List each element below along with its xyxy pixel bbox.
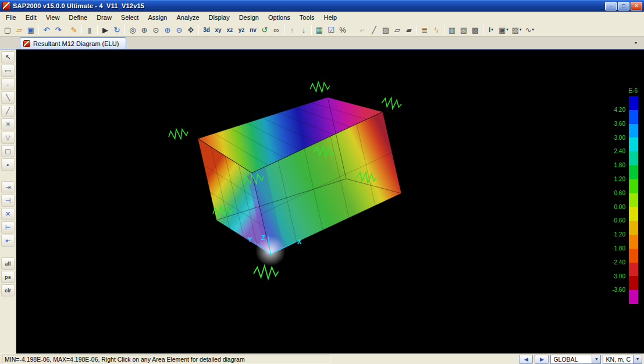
tab-resultant-m12-diagram[interactable]: Resultant M12 Diagram (ELU) [20, 37, 126, 49]
quick-draw-frame-tool-icon: ╱ [6, 107, 10, 115]
define-load-patterns-button[interactable]: ▩ [469, 24, 481, 36]
quick-draw-area-tool-button[interactable]: ▢ [1, 145, 15, 157]
model-viewport[interactable]: Y Z X E-6 4.203.603.002.401.801.200.600.… [16, 50, 644, 354]
chevron-down-icon[interactable]: ▼ [592, 355, 600, 363]
toolbar-separator [483, 25, 483, 35]
menu-view[interactable]: View [41, 12, 65, 23]
window-list-dropdown-button[interactable]: ▾ [631, 38, 641, 47]
menu-tools[interactable]: Tools [295, 12, 319, 23]
snap-to-perpendicular-button[interactable]: ⊢ [1, 221, 15, 234]
units-dropdown[interactable]: KN, m, C ▼ [603, 355, 642, 364]
undo-button[interactable]: ↶ [41, 24, 52, 36]
view-nv-button[interactable]: nv [247, 24, 259, 36]
next-step-button[interactable]: ▶ [535, 355, 549, 364]
menu-define[interactable]: Define [64, 12, 92, 23]
menu-help[interactable]: Help [319, 12, 342, 23]
close-button[interactable]: ✕ [631, 2, 642, 10]
legend-band [629, 110, 638, 124]
quick-draw-area-button[interactable]: ▰ [403, 24, 415, 36]
draw-special-joint-button[interactable]: ⌐ [357, 24, 368, 36]
menu-select[interactable]: Select [116, 12, 144, 23]
menu-assign[interactable]: Assign [143, 12, 172, 23]
interactive-database-button[interactable]: ϟ [430, 24, 442, 36]
concrete-design-button[interactable]: ▣▾ [497, 24, 510, 36]
menu-draw[interactable]: Draw [92, 12, 116, 23]
view-xy-button[interactable]: xy [212, 24, 224, 36]
draw-frame-button[interactable]: ╱ [368, 24, 380, 36]
new-model-button[interactable]: ▢ [2, 24, 13, 36]
draw-joint-tool-button[interactable]: ∙ [1, 78, 15, 90]
quick-draw-frame-button[interactable]: ▨ [380, 24, 392, 36]
legend-band [629, 179, 638, 193]
chevron-down-icon[interactable]: ▼ [633, 355, 642, 363]
perspective-toggle-button[interactable]: ∞ [271, 24, 282, 36]
snap-to-lines-button[interactable]: ⇤ [1, 235, 15, 247]
redo-button[interactable]: ↷ [52, 24, 64, 36]
select-all-button[interactable]: all [1, 257, 15, 270]
bridge-design-button[interactable]: ▨▾ [510, 24, 524, 36]
reshape-tool-button[interactable]: ▭ [1, 65, 15, 77]
define-area-sections-button[interactable]: ▧ [458, 24, 469, 36]
toolbar-separator [444, 25, 444, 35]
lock-model-button[interactable]: ▮ [84, 24, 95, 36]
draw-area-button[interactable]: ▱ [392, 24, 403, 36]
maximize-button[interactable]: □ [618, 2, 629, 10]
pointer-tool-button[interactable]: ↖ [1, 51, 15, 63]
zoom-in-button[interactable]: ⊕ [162, 24, 173, 36]
menu-design[interactable]: Design [234, 12, 264, 23]
refresh-window-button[interactable]: ✎ [68, 24, 80, 36]
snap-to-intersections-button[interactable]: ✕ [1, 208, 15, 220]
view-3d-button[interactable]: 3d [201, 24, 212, 36]
model-alive-button[interactable]: ↻ [111, 24, 123, 36]
rubber-band-zoom-button[interactable]: ◎ [127, 24, 138, 36]
legend-band [629, 249, 638, 263]
draw-area-tool-button[interactable]: ▽ [1, 132, 15, 144]
rotate-3d-view-button[interactable]: ↺ [259, 24, 271, 36]
quick-draw-braces-tool-button[interactable]: ✳ [1, 118, 15, 130]
options-tools-button[interactable]: ∿▾ [524, 24, 536, 36]
define-area-sections-icon: ▧ [460, 26, 467, 34]
legend-band [629, 151, 638, 165]
minimize-button[interactable]: – [605, 2, 617, 10]
snap-to-midpoints-button[interactable]: ⊣ [1, 195, 15, 207]
move-down-in-list-button[interactable]: ↓ [298, 24, 309, 36]
previous-selection-button[interactable]: ps [1, 271, 15, 283]
previous-zoom-icon: ⊙ [153, 26, 159, 34]
sap2000-logo-icon [2, 2, 10, 10]
draw-area-icon: ▱ [394, 26, 400, 34]
open-file-button[interactable]: ▱ [13, 24, 25, 36]
menu-options[interactable]: Options [264, 12, 295, 23]
object-shrink-toggle-button[interactable]: ▦ [314, 24, 325, 36]
menu-bar: File Edit View Define Draw Select Assign… [0, 12, 644, 23]
menu-file[interactable]: File [1, 12, 21, 23]
menu-analyze[interactable]: Analyze [172, 12, 204, 23]
menu-edit[interactable]: Edit [21, 12, 41, 23]
previous-step-button[interactable]: ◀ [519, 355, 533, 364]
set-display-options-button[interactable]: ☑ [325, 24, 337, 36]
move-up-in-list-button[interactable]: ↑ [286, 24, 298, 36]
database-tables-button[interactable]: ≣ [419, 24, 430, 36]
previous-zoom-button[interactable]: ⊙ [150, 24, 162, 36]
pan-button[interactable]: ✥ [185, 24, 197, 36]
zoom-out-button[interactable]: ⊖ [173, 24, 185, 36]
show-units-button[interactable]: % [337, 24, 348, 36]
draw-solid-tool-button[interactable]: ▪ [1, 158, 15, 171]
draw-frame-tool-button[interactable]: ╲ [1, 91, 15, 104]
run-analysis-button[interactable]: ▶ [99, 24, 111, 36]
axis-label-y: Y [248, 236, 252, 243]
define-frame-sections-button[interactable]: ▥ [446, 24, 458, 36]
restore-full-view-button[interactable]: ⊕ [138, 24, 150, 36]
view-xz-button[interactable]: xz [224, 24, 236, 36]
view-xz-icon: xz [227, 27, 233, 33]
model-3d-canvas[interactable]: Y Z X [16, 50, 644, 354]
menu-display[interactable]: Display [204, 12, 234, 23]
clear-selection-button[interactable]: clr [1, 284, 15, 296]
lock-model-icon: ▮ [87, 26, 91, 34]
pan-icon: ✥ [188, 26, 194, 34]
coordinate-system-dropdown[interactable]: GLOBAL ▼ [550, 355, 601, 364]
save-model-button[interactable]: ▣ [25, 24, 37, 36]
quick-draw-frame-tool-button[interactable]: ╱ [1, 105, 15, 117]
view-yz-button[interactable]: yz [236, 24, 247, 36]
steel-design-button[interactable]: I▾ [485, 24, 497, 36]
snap-to-joints-button[interactable]: ⇥ [1, 181, 15, 193]
